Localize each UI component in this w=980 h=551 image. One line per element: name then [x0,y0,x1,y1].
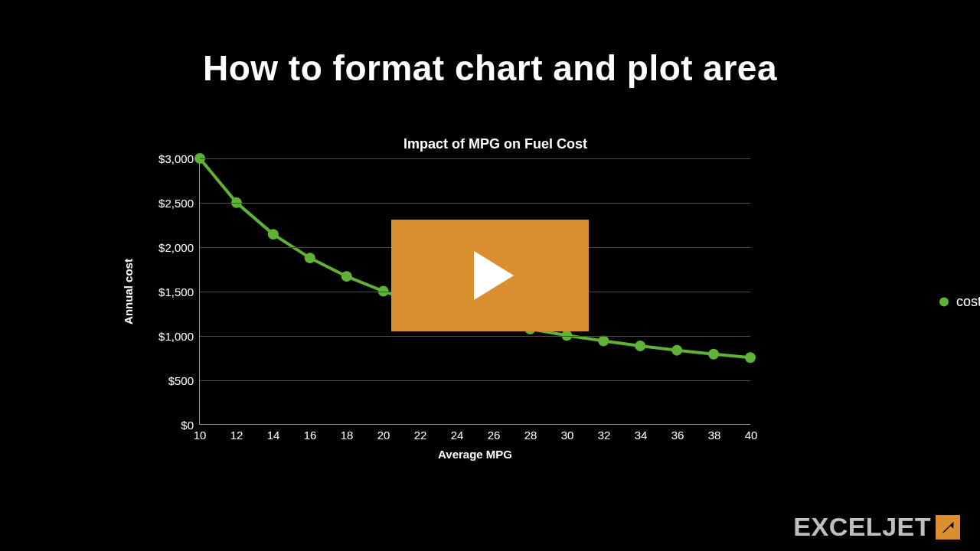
x-tick-label: 36 [671,424,684,442]
brand-arrow-icon [936,515,960,540]
x-tick-label: 20 [377,424,390,442]
gridline [200,336,750,337]
play-button[interactable] [391,220,589,331]
legend: cost [939,294,980,310]
x-tick-label: 22 [414,424,427,442]
x-tick-label: 38 [708,424,721,442]
x-tick-label: 14 [267,424,280,442]
play-icon [474,251,514,300]
y-tick-label: $1,000 [158,330,200,343]
gridline [200,158,750,159]
brand-logo: EXCELJET [793,512,960,542]
brand-text: EXCELJET [793,512,931,542]
x-tick-label: 16 [304,424,317,442]
x-tick-label: 28 [524,424,537,442]
page-title: How to format chart and plot area [0,47,980,89]
y-axis-label: Annual cost [122,259,135,324]
x-tick-label: 24 [451,424,464,442]
data-point [635,341,645,351]
y-tick-label: $2,000 [158,241,200,254]
legend-marker-icon [939,297,949,306]
page-root: How to format chart and plot area Impact… [0,0,980,551]
y-tick-label: $1,500 [158,285,200,298]
data-point [598,336,609,347]
x-tick-label: 34 [635,424,648,442]
y-tick-label: $500 [168,374,200,387]
data-point [268,229,279,240]
x-tick-label: 30 [561,424,574,442]
x-axis-label: Average MPG [438,448,512,461]
data-point [708,349,719,360]
x-tick-label: 40 [745,424,758,442]
x-tick-label: 18 [341,424,354,442]
gridline [200,203,750,204]
legend-label: cost [956,294,980,310]
y-tick-label: $2,500 [158,197,200,210]
data-point [745,352,756,363]
data-point [671,345,682,356]
x-tick-label: 10 [194,424,207,442]
data-point [305,253,315,263]
x-tick-label: 32 [598,424,611,442]
data-point [341,271,352,282]
x-tick-label: 26 [488,424,501,442]
y-tick-label: $3,000 [158,152,200,165]
x-tick-label: 12 [230,424,243,442]
gridline [200,380,750,381]
chart-title: Impact of MPG on Fuel Cost [116,136,874,152]
